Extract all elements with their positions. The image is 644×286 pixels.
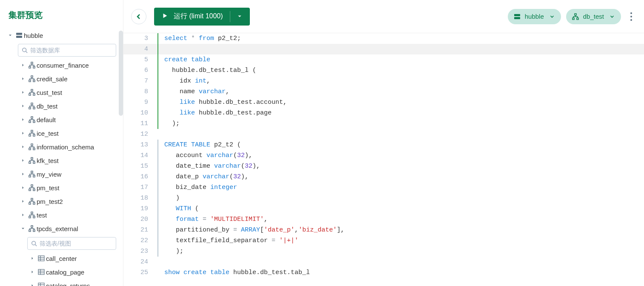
chevron-down-icon[interactable] xyxy=(237,13,242,20)
code-content: like hubble.db_test.account, xyxy=(159,97,287,108)
code-line[interactable]: 17 biz_date integer xyxy=(123,182,644,193)
svg-rect-17 xyxy=(29,121,31,123)
database-node[interactable]: ice_test xyxy=(3,126,120,140)
schema-icon xyxy=(27,116,37,123)
line-number: 16 xyxy=(123,172,157,182)
code-line[interactable]: 6 hubble.db_test.tab_l ( xyxy=(123,65,644,76)
svg-rect-5 xyxy=(29,66,31,68)
code-line[interactable]: 15 date_time varchar(32), xyxy=(123,161,644,172)
database-selector[interactable]: db_test xyxy=(566,9,621,24)
line-number: 21 xyxy=(123,225,157,235)
sql-editor[interactable]: 3select * from p2_t2;45create table6 hub… xyxy=(123,33,644,286)
code-line[interactable]: 18 ) xyxy=(123,193,644,203)
cluster-selector-label: hubble xyxy=(525,13,544,20)
schema-icon xyxy=(27,75,37,82)
table-node[interactable]: catalog_page xyxy=(3,265,120,279)
svg-rect-15 xyxy=(33,107,35,109)
svg-rect-1 xyxy=(16,36,22,38)
cluster-selector[interactable]: hubble xyxy=(508,9,561,24)
code-line[interactable]: 22 textfile_field_separator = '|+|' xyxy=(123,235,644,246)
chevron-right-icon xyxy=(19,131,27,136)
svg-rect-31 xyxy=(31,185,33,186)
code-line[interactable]: 11 ); xyxy=(123,118,644,129)
code-line[interactable]: 5create table xyxy=(123,54,644,65)
code-content: idx int, xyxy=(159,76,210,86)
code-line[interactable]: 16 date_p varchar(32), xyxy=(123,172,644,182)
database-node[interactable]: my_view xyxy=(3,167,120,181)
database-filter[interactable] xyxy=(18,44,116,57)
database-node[interactable]: cust_test xyxy=(3,86,120,99)
database-node[interactable]: credit_sale xyxy=(3,72,120,86)
svg-rect-45 xyxy=(38,256,44,261)
table-node[interactable]: call_center xyxy=(3,252,120,265)
chevron-right-icon xyxy=(19,185,27,190)
code-line[interactable]: 14 account varchar(32), xyxy=(123,150,644,161)
database-node[interactable]: default xyxy=(3,113,120,126)
code-content xyxy=(159,129,164,140)
code-content: name varchar, xyxy=(159,86,229,97)
tree-root-node[interactable]: hubble xyxy=(3,29,120,42)
code-line[interactable]: 13CREATE TABLE p2_t2 ( xyxy=(123,140,644,150)
code-line[interactable]: 24 xyxy=(123,257,644,267)
table-filter[interactable] xyxy=(27,237,116,250)
line-number: 10 xyxy=(123,108,157,118)
scrollbar[interactable] xyxy=(119,31,123,116)
database-label: default xyxy=(37,116,56,123)
code-line[interactable]: 19 WITH ( xyxy=(123,203,644,214)
database-list: consumer_financecredit_salecust_testdb_t… xyxy=(3,58,120,222)
code-line[interactable]: 4 xyxy=(123,44,644,54)
code-content: date_p varchar(32), xyxy=(159,172,249,182)
svg-rect-26 xyxy=(29,162,31,163)
code-line[interactable]: 3select * from p2_t2; xyxy=(123,33,644,44)
database-node[interactable]: information_schema xyxy=(3,140,120,154)
dot-icon xyxy=(630,16,632,17)
database-node[interactable]: db_test xyxy=(3,99,120,113)
svg-rect-12 xyxy=(33,94,35,95)
table-filter-input[interactable] xyxy=(40,240,112,247)
more-menu-button[interactable] xyxy=(626,10,636,23)
svg-rect-40 xyxy=(31,226,33,227)
database-node[interactable]: test xyxy=(3,208,120,222)
code-line[interactable]: 20 format = 'MULTIDELIMIT', xyxy=(123,214,644,225)
code-content: CREATE TABLE p2_t2 ( xyxy=(159,140,241,150)
line-number: 20 xyxy=(123,214,157,225)
chevron-right-icon xyxy=(28,269,37,275)
database-node[interactable]: pm_test xyxy=(3,181,120,194)
chevron-down-icon xyxy=(609,14,615,20)
code-line[interactable]: 23 ); xyxy=(123,246,644,257)
svg-rect-18 xyxy=(33,121,35,123)
sidebar: 集群预览 hubble consumer_financecredit_salec… xyxy=(0,0,123,286)
svg-rect-28 xyxy=(31,171,33,173)
svg-rect-25 xyxy=(31,157,33,159)
run-button[interactable]: 运行 (limit 1000) xyxy=(154,8,250,26)
database-filter-input[interactable] xyxy=(30,47,112,54)
svg-rect-19 xyxy=(31,130,33,132)
svg-line-44 xyxy=(35,245,37,246)
code-line[interactable]: 21 partitioned_by = ARRAY['date_p','biz_… xyxy=(123,225,644,235)
table-node[interactable]: catalog_returns xyxy=(3,279,120,286)
chevron-down-icon xyxy=(19,226,27,231)
database-node[interactable]: consumer_finance xyxy=(3,58,120,72)
chevron-right-icon xyxy=(28,256,37,261)
code-line[interactable]: 7 idx int, xyxy=(123,76,644,86)
code-line[interactable]: 25show create table hubble.db_test.tab_l xyxy=(123,267,644,278)
schema-icon xyxy=(27,157,37,164)
table-label: catalog_page xyxy=(46,269,84,276)
chevron-right-icon xyxy=(19,103,27,109)
svg-rect-4 xyxy=(31,62,33,64)
line-number: 6 xyxy=(123,65,157,76)
code-line[interactable]: 10 like hubble.db_test.page xyxy=(123,108,644,118)
code-line[interactable]: 9 like hubble.db_test.account, xyxy=(123,97,644,108)
database-label: pm_test xyxy=(37,184,59,192)
code-content: date_time varchar(32), xyxy=(159,161,260,172)
svg-point-43 xyxy=(32,241,36,245)
code-line[interactable]: 12 xyxy=(123,129,644,140)
svg-rect-13 xyxy=(31,103,33,105)
back-button[interactable] xyxy=(131,9,146,24)
database-node[interactable]: kfk_test xyxy=(3,154,120,167)
schema-icon xyxy=(27,184,37,191)
svg-rect-59 xyxy=(575,14,576,15)
code-line[interactable]: 8 name varchar, xyxy=(123,86,644,97)
database-node[interactable]: pm_test2 xyxy=(3,194,120,208)
database-node-expanded[interactable]: tpcds_external xyxy=(3,222,120,235)
